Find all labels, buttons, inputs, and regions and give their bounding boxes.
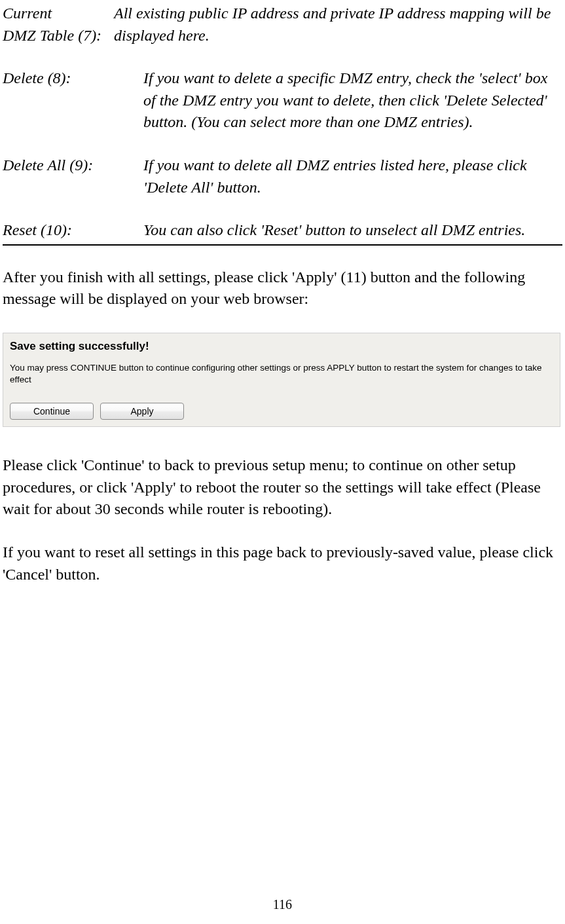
dialog-title: Save setting successfully! <box>3 333 560 361</box>
definition-label: Reset (10): <box>3 219 143 242</box>
body-paragraph-2: Please click 'Continue' to back to previ… <box>3 454 562 521</box>
body-paragraph-3: If you want to reset all settings in thi… <box>3 542 562 585</box>
definition-description: If you want to delete a specific DMZ ent… <box>143 67 562 134</box>
definition-label-line2: DMZ Table (7): <box>3 27 101 44</box>
definition-label-line1: Current <box>3 5 52 22</box>
definition-label: Delete All (9): <box>3 155 143 198</box>
definition-label: Current DMZ Table (7): <box>3 3 114 46</box>
definition-description: All existing public IP address and priva… <box>114 3 562 46</box>
definition-description: If you want to delete all DMZ entries li… <box>143 155 562 198</box>
definition-list: Current DMZ Table (7): All existing publ… <box>3 3 562 246</box>
definition-row: Reset (10): You can also click 'Reset' b… <box>3 219 562 242</box>
dialog-button-row: Continue Apply <box>3 397 560 426</box>
definition-row: Delete All (9): If you want to delete al… <box>3 155 562 198</box>
definition-row: Delete (8): If you want to delete a spec… <box>3 67 562 134</box>
page-number: 116 <box>0 895 565 914</box>
definition-label: Delete (8): <box>3 67 143 134</box>
continue-button[interactable]: Continue <box>10 403 94 420</box>
definition-row: Current DMZ Table (7): All existing publ… <box>3 3 562 46</box>
definition-description: You can also click 'Reset' button to uns… <box>143 219 562 242</box>
apply-button[interactable]: Apply <box>100 403 184 420</box>
body-paragraph-1: After you finish with all settings, plea… <box>3 267 562 310</box>
save-dialog: Save setting successfully! You may press… <box>3 333 560 427</box>
dialog-message: You may press CONTINUE button to continu… <box>3 361 560 397</box>
